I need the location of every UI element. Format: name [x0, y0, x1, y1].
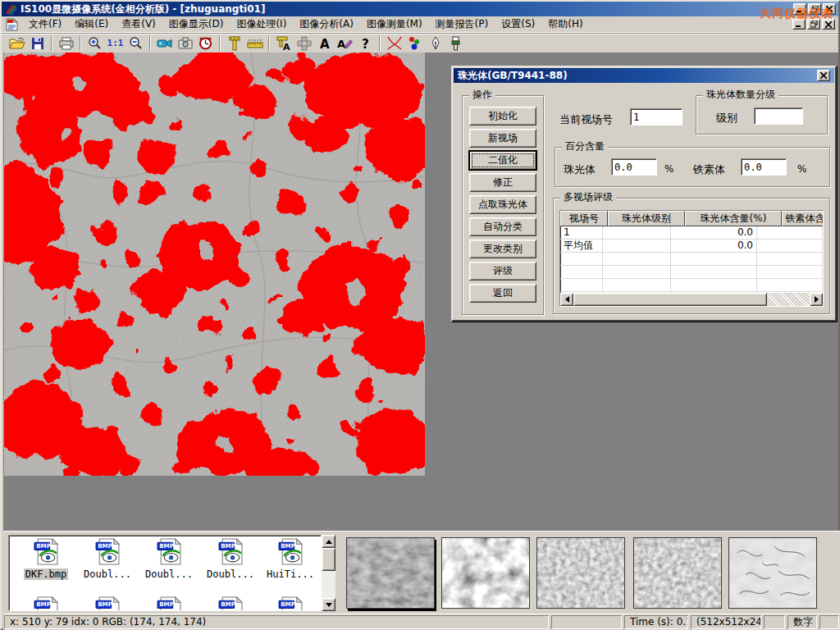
pearlite-percent-input[interactable]	[611, 158, 657, 176]
auto-classify-button[interactable]: 自动分类	[469, 217, 536, 236]
text-annotation-button[interactable]: A	[314, 34, 335, 52]
thumbnail-3[interactable]	[536, 537, 625, 609]
classify-points-button[interactable]	[404, 34, 425, 52]
open-button[interactable]	[7, 34, 27, 52]
scroll-left-button[interactable]	[560, 293, 573, 306]
menu-view[interactable]: 查看(V)	[115, 16, 162, 33]
caliper-button[interactable]	[224, 34, 244, 52]
table-row[interactable]: 平均值 0.0	[560, 240, 823, 253]
edit-annotation-button[interactable]: A	[335, 34, 355, 52]
scroll-right-button[interactable]	[810, 293, 823, 306]
file-item-partial[interactable]: BMP	[202, 596, 259, 611]
dialog-title-bar[interactable]: 珠光体(GB/T9441-88)	[454, 68, 834, 83]
vscroll-thumb[interactable]	[322, 548, 336, 571]
ruler-icon	[247, 38, 263, 49]
menu-image-analysis[interactable]: 图像分析(A)	[293, 16, 360, 33]
bmp-file-icon: BMP	[156, 596, 183, 611]
file-label: Doubl...	[205, 568, 256, 580]
table-row-empty	[560, 266, 823, 279]
brush-tool-button[interactable]	[445, 34, 466, 52]
pearlite-label: 珠光体	[564, 162, 596, 177]
thumbnail-2[interactable]	[441, 537, 530, 609]
scroll-up-button[interactable]	[322, 535, 336, 548]
menu-image-display[interactable]: 图像显示(D)	[162, 16, 231, 33]
current-field-input[interactable]	[630, 108, 682, 126]
svg-text:BMP: BMP	[36, 542, 51, 550]
table-row-empty	[560, 279, 823, 292]
correct-button[interactable]: 修正	[469, 173, 536, 192]
grid-tool-icon	[297, 36, 312, 51]
menu-settings[interactable]: 设置(S)	[495, 16, 541, 33]
scroll-down-button[interactable]	[322, 598, 336, 611]
zoom-in-icon	[88, 36, 102, 50]
menu-measure-report[interactable]: 测量报告(P)	[429, 16, 495, 33]
menu-file[interactable]: 文件(F)	[22, 16, 68, 33]
file-item[interactable]: BMP Doubl...	[140, 538, 198, 580]
hscroll-track[interactable]	[767, 293, 810, 306]
return-button[interactable]: 返回	[469, 284, 536, 303]
grade-input[interactable]	[754, 107, 803, 125]
grid-tool-button[interactable]	[294, 34, 314, 52]
menu-image-measure[interactable]: 图像测量(M)	[360, 16, 429, 33]
bmp-file-icon: BMP	[217, 596, 244, 611]
binarize-button[interactable]: 二值化	[469, 151, 536, 170]
file-item[interactable]: BMP Doubl...	[79, 538, 136, 580]
menu-help[interactable]: 帮助(H)	[541, 16, 589, 33]
file-list: BMP DKF.bmp BMP Doubl... BMP Doubl... BM…	[8, 535, 322, 611]
help-button[interactable]: ?	[355, 34, 376, 52]
actual-size-button[interactable]: 1:1	[105, 34, 126, 52]
camera-capture-button[interactable]	[175, 34, 195, 52]
pick-pearlite-button[interactable]: 点取珠光体	[469, 195, 536, 214]
new-field-button[interactable]: 新视场	[469, 129, 536, 148]
svg-text:A: A	[337, 38, 345, 50]
measure-text-button[interactable]: A	[273, 34, 294, 52]
col-field-number[interactable]: 视场号	[560, 211, 608, 226]
change-category-button[interactable]: 更改类别	[469, 240, 536, 258]
svg-text:BMP: BMP	[159, 542, 174, 550]
file-item-partial[interactable]: BMP	[262, 596, 319, 611]
file-label: HuiTi...	[265, 568, 316, 580]
thumbnail-1[interactable]	[346, 537, 435, 609]
initialize-button[interactable]: 初始化	[469, 107, 536, 126]
multi-field-group-title: 多视场评级	[560, 191, 616, 203]
file-item[interactable]: BMP HuiTi...	[262, 538, 319, 580]
file-item-partial[interactable]: BMP	[79, 596, 136, 611]
file-item[interactable]: BMP Doubl...	[202, 538, 259, 580]
menu-edit[interactable]: 编辑(E)	[68, 16, 115, 33]
app-icon	[4, 2, 17, 16]
percent-group: 百分含量 珠光体 % 铁素体 %	[555, 147, 830, 187]
ferrite-percent-input[interactable]	[741, 158, 787, 176]
pick-tool-button[interactable]	[425, 34, 445, 52]
print-button[interactable]	[56, 34, 76, 52]
save-button[interactable]	[27, 34, 48, 52]
ruler-button[interactable]	[244, 34, 265, 52]
clock-icon	[199, 36, 212, 50]
col-ferrite-content[interactable]: 铁素体含量(%)	[782, 211, 824, 226]
zoom-out-button[interactable]	[126, 34, 146, 52]
col-pearlite-grade[interactable]: 珠光体级别	[608, 211, 685, 226]
status-empty-2	[764, 615, 785, 629]
col-pearlite-content[interactable]: 珠光体含量(%)	[685, 211, 782, 226]
curve-tool-button[interactable]	[384, 34, 404, 52]
open-icon	[9, 37, 25, 50]
timer-button[interactable]	[195, 34, 216, 52]
pearlite-dialog: 珠光体(GB/T9441-88) 操作 初始化 新视场 二值化 修正 点取珠光体…	[451, 66, 837, 322]
file-item-partial[interactable]: BMP	[17, 596, 75, 611]
video-capture-button[interactable]	[154, 34, 175, 52]
table-row[interactable]: 1 0.0	[560, 226, 823, 240]
svg-text:A: A	[320, 37, 330, 50]
hscroll-thumb[interactable]	[573, 293, 767, 306]
dialog-title: 珠光体(GB/T9441-88)	[458, 69, 568, 83]
file-item[interactable]: BMP DKF.bmp	[17, 538, 75, 580]
mdi-client-area: 珠光体(GB/T9441-88) 操作 初始化 新视场 二值化 修正 点取珠光体…	[3, 52, 838, 531]
metallograph-image[interactable]	[4, 52, 425, 476]
rgb-points-icon	[408, 36, 422, 50]
svg-text:BMP: BMP	[281, 600, 295, 608]
file-item-partial[interactable]: BMP	[140, 596, 198, 611]
thumbnail-5[interactable]	[728, 537, 817, 609]
menu-image-processing[interactable]: 图像处理(I)	[230, 16, 293, 33]
dialog-close-button[interactable]	[817, 70, 830, 81]
rate-button[interactable]: 评级	[469, 262, 536, 281]
zoom-in-button[interactable]	[84, 34, 105, 52]
thumbnail-4[interactable]	[633, 537, 722, 609]
